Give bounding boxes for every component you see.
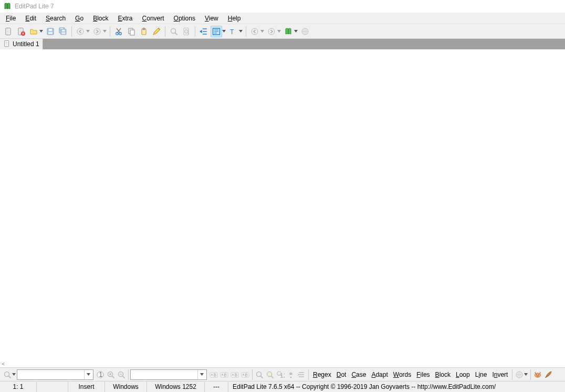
undo-history-dropdown[interactable] [86, 30, 90, 33]
search-opt-dot[interactable]: Dot [334, 370, 349, 379]
nav-back-button[interactable] [249, 26, 260, 37]
status-encoding[interactable]: Windows 1252 [147, 382, 205, 392]
toolbar-separator [530, 369, 531, 380]
search-term-input[interactable] [17, 370, 84, 379]
search-next-button[interactable] [106, 369, 116, 380]
copy-button[interactable] [125, 26, 137, 37]
menu-convert[interactable]: Convert [138, 13, 169, 24]
search-toolbar: RegexDotCaseAdaptWordsFilesBlockLoopLine… [0, 368, 565, 382]
piggy-icon[interactable] [532, 369, 543, 380]
toolbar-separator [165, 26, 165, 37]
indent-button[interactable] [198, 26, 210, 37]
menu-help[interactable]: Help [223, 13, 246, 24]
status-bom[interactable]: --- [205, 382, 228, 392]
titlebar: EditPad Lite 7 [0, 0, 565, 13]
replace-term-dropdown[interactable] [197, 370, 205, 379]
document-tab-label: Untitled 1 [13, 40, 39, 48]
search-opt-words[interactable]: Words [391, 370, 414, 379]
status-linebreak[interactable]: Windows [105, 382, 147, 392]
search-term-combo[interactable] [17, 369, 93, 380]
new-file-button[interactable] [3, 26, 14, 37]
menu-options[interactable]: Options [169, 13, 200, 24]
search-first-button[interactable] [95, 369, 106, 380]
font-button[interactable] [227, 26, 239, 37]
close-file-button[interactable] [15, 26, 27, 37]
status-insert-mode[interactable]: Insert [68, 382, 105, 392]
find-button[interactable] [168, 26, 180, 37]
toolbar-separator [246, 26, 246, 37]
search-opt-loop[interactable]: Loop [453, 370, 473, 379]
menu-search[interactable]: Search [41, 13, 70, 24]
toolbar-separator [512, 369, 512, 380]
toolbar-separator [195, 26, 195, 37]
print-preview-button[interactable] [181, 26, 192, 37]
menubar: FileEditSearchGoBlockExtraConvertOptions… [0, 13, 565, 24]
toolbar-separator [128, 369, 129, 380]
open-file-button[interactable] [28, 26, 39, 37]
save-all-button[interactable] [57, 26, 69, 37]
edit-button[interactable] [151, 26, 162, 37]
app-logo-icon [3, 2, 12, 10]
document-tabstrip: Untitled 1 [0, 39, 565, 49]
status-info: EditPad Lite 7.6.5 x64 -- Copyright © 19… [228, 382, 565, 392]
toolbar-separator [252, 369, 253, 380]
fold-button[interactable] [296, 369, 307, 380]
replace-button-2[interactable] [219, 369, 229, 380]
replace-term-input[interactable] [131, 370, 197, 379]
toolbar-separator [71, 26, 72, 37]
highlight-button[interactable] [254, 369, 265, 380]
count-button[interactable] [275, 369, 286, 380]
open-recent-dropdown[interactable] [39, 30, 43, 33]
menu-view[interactable]: View [200, 13, 223, 24]
search-opt-case[interactable]: Case [349, 370, 369, 379]
search-opt-adapt[interactable]: Adapt [369, 370, 390, 379]
replace-button-4[interactable] [240, 369, 250, 380]
text-editor[interactable] [0, 49, 565, 367]
search-globe-button[interactable] [514, 369, 525, 380]
hscroll-left-hint: < [2, 361, 5, 367]
menu-file[interactable]: File [1, 13, 20, 24]
search-opt-block[interactable]: Block [433, 370, 453, 379]
nav-back-dropdown[interactable] [260, 30, 264, 33]
search-opt-line[interactable]: Line [473, 370, 490, 379]
cut-button[interactable] [113, 26, 124, 37]
menu-extra[interactable]: Extra [113, 13, 138, 24]
replace-button-1[interactable] [208, 369, 219, 380]
undo-button[interactable] [75, 26, 86, 37]
toolbar-separator [110, 26, 110, 37]
nav-forward-dropdown[interactable] [277, 30, 281, 33]
editor-area: < [0, 49, 565, 368]
regex-tool-button[interactable] [286, 369, 296, 380]
menu-block[interactable]: Block [88, 13, 113, 24]
help-button[interactable] [282, 26, 294, 37]
search-opt-invert[interactable]: Invert [489, 370, 510, 379]
word-wrap-button[interactable] [211, 26, 222, 37]
search-opt-regex[interactable]: Regex [310, 370, 334, 379]
search-term-dropdown[interactable] [84, 370, 92, 379]
replace-button-3[interactable] [229, 369, 240, 380]
help-dropdown[interactable] [294, 30, 298, 33]
nav-forward-button[interactable] [266, 26, 277, 37]
replace-term-combo[interactable] [130, 369, 207, 380]
save-button[interactable] [45, 26, 56, 37]
search-prev-button[interactable] [116, 369, 127, 380]
feather-icon[interactable] [543, 369, 553, 380]
menu-edit[interactable]: Edit [20, 13, 41, 24]
web-button[interactable] [299, 26, 311, 37]
redo-history-dropdown[interactable] [102, 30, 107, 33]
status-position[interactable]: 1: 1 [0, 382, 37, 392]
app-title: EditPad Lite 7 [15, 3, 54, 10]
document-icon [3, 40, 11, 49]
highlight-all-button[interactable] [265, 369, 275, 380]
toolbar-separator [308, 369, 309, 380]
redo-button[interactable] [91, 26, 103, 37]
paste-button[interactable] [138, 26, 150, 37]
menu-go[interactable]: Go [70, 13, 88, 24]
search-find-button[interactable] [2, 369, 13, 380]
document-tab[interactable]: Untitled 1 [0, 39, 43, 49]
status-bar: 1: 1 Insert Windows Windows 1252 --- Edi… [0, 382, 565, 392]
search-opt-files[interactable]: Files [414, 370, 432, 379]
font-dropdown[interactable] [238, 30, 243, 33]
main-toolbar [0, 24, 565, 39]
word-wrap-dropdown[interactable] [222, 30, 226, 33]
